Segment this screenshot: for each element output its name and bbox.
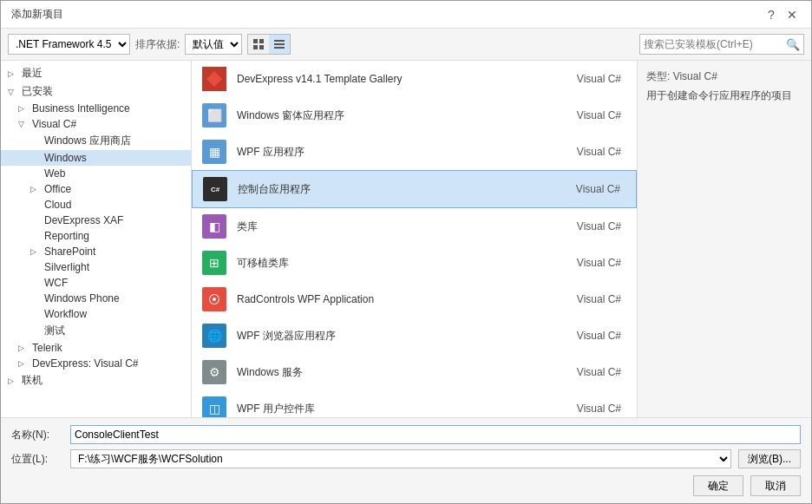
title-bar: 添加新项目 ? ✕ [1,1,811,29]
sidebar-item-silverlight[interactable]: Silverlight [1,259,191,275]
template-item-wpf-user-control[interactable]: ◫WPF 用户控件库Visual C# [192,390,637,417]
template-name: 控制台应用程序 [238,182,558,197]
sidebar-item-workflow[interactable]: Workflow [1,306,191,322]
template-item-wpf-browser[interactable]: 🌐WPF 浏览器应用程序Visual C# [192,317,637,354]
tree-arrow-icon: ▽ [18,120,29,128]
template-name: Windows 服务 [237,365,559,380]
sidebar: ▷最近▽已安装▷Business Intelligence▽Visual C#W… [1,61,192,417]
search-box: 🔍 [639,34,804,55]
template-item-console-app[interactable]: C#控制台应用程序Visual C# [192,170,637,208]
location-select[interactable]: F:\练习\WCF服务\WCFSolution [70,449,731,468]
name-label: 名称(N): [11,428,63,442]
type-label: 类型: Visual C# [646,69,802,84]
browse-button[interactable]: 浏览(B)... [738,449,801,468]
template-item-wpf-app[interactable]: ▦WPF 应用程序Visual C# [192,134,637,170]
sidebar-item-label: Cloud [44,199,71,211]
svg-rect-0 [253,39,258,43]
sidebar-item-telerik[interactable]: ▷Telerik [1,340,191,356]
sidebar-item-label: Windows 应用商店 [44,134,131,148]
type-description: 用于创建命令行应用程序的项目 [646,88,802,103]
sidebar-item-visual-cs[interactable]: ▽Visual C# [1,116,191,132]
info-panel: 类型: Visual C# 用于创建命令行应用程序的项目 [638,61,811,417]
template-item-radcontrols-wpf[interactable]: ⦿RadControls WPF ApplicationVisual C# [192,281,637,317]
view-toggle [247,34,291,55]
template-lang: Visual C# [567,73,628,85]
template-lang: Visual C# [566,183,627,195]
sidebar-item-windows-phone[interactable]: Windows Phone [1,291,191,306]
close-button[interactable]: ✕ [783,6,801,23]
sidebar-item-wcf[interactable]: WCF [1,275,191,291]
tree-arrow-icon: ▽ [8,88,18,96]
template-item-devexpress-gallery[interactable]: DevExpress v14.1 Template GalleryVisual … [192,61,637,97]
search-button[interactable]: 🔍 [786,38,800,51]
sidebar-item-label: WCF [44,277,68,289]
sidebar-item-label: DevExpress XAF [44,214,123,226]
sidebar-item-test[interactable]: 测试 [1,322,191,340]
template-lang: Visual C# [567,220,628,232]
template-name: Windows 窗体应用程序 [237,108,559,123]
location-row: 位置(L): F:\练习\WCF服务\WCFSolution 浏览(B)... [11,449,801,468]
cancel-button[interactable]: 取消 [750,475,801,496]
list-view-button[interactable] [269,35,290,54]
sidebar-item-devexpress-visual-cs[interactable]: ▷DevExpress: Visual C# [1,356,191,371]
sidebar-item-sharepoint[interactable]: ▷SharePoint [1,244,191,259]
location-label: 位置(L): [11,452,63,467]
sidebar-item-label: 测试 [44,324,65,338]
svg-rect-2 [253,45,258,49]
template-icon: ⚙ [200,358,228,386]
sort-select[interactable]: 默认值 [185,34,242,55]
template-item-portable-library[interactable]: ⊞可移植类库Visual C# [192,245,637,281]
sidebar-item-devexpress-xaf[interactable]: DevExpress XAF [1,213,191,228]
template-lang: Visual C# [567,330,628,342]
sidebar-item-label: Silverlight [44,261,89,273]
sidebar-item-label: 联机 [22,373,43,388]
sidebar-item-cloud[interactable]: Cloud [1,197,191,213]
template-lang: Visual C# [567,366,628,378]
sidebar-item-installed[interactable]: ▽已安装 [1,82,191,101]
bottom-section: 名称(N): 位置(L): F:\练习\WCF服务\WCFSolution 浏览… [1,417,811,503]
sidebar-item-label: Workflow [44,308,87,320]
grid-view-button[interactable] [248,35,269,54]
template-lang: Visual C# [567,293,628,305]
template-item-windows-service[interactable]: ⚙Windows 服务Visual C# [192,354,637,390]
template-item-windows-forms[interactable]: ⬜Windows 窗体应用程序Visual C# [192,97,637,134]
sort-label: 排序依据: [135,37,180,52]
sidebar-item-label: Office [44,183,71,195]
sidebar-item-reporting[interactable]: Reporting [1,228,191,244]
name-row: 名称(N): [11,425,801,444]
add-new-item-dialog: 添加新项目 ? ✕ .NET Framework 4.5 排序依据: 默认值 [0,0,812,504]
search-input[interactable] [644,38,783,50]
name-input[interactable] [70,425,801,444]
template-icon: 🌐 [200,322,228,350]
sidebar-item-recent[interactable]: ▷最近 [1,64,191,82]
sidebar-item-web[interactable]: Web [1,166,191,181]
sidebar-item-windows[interactable]: Windows [1,150,191,166]
template-icon: ⦿ [200,285,228,313]
sidebar-item-office[interactable]: ▷Office [1,181,191,197]
title-bar-buttons: ? ✕ [763,6,801,23]
svg-rect-6 [274,47,285,49]
template-item-class-library[interactable]: ◧类库Visual C# [192,208,637,245]
sidebar-item-online[interactable]: ▷联机 [1,371,191,389]
sidebar-item-label: DevExpress: Visual C# [32,357,139,370]
sidebar-item-label: Visual C# [32,118,76,130]
template-name: WPF 浏览器应用程序 [237,329,559,344]
sidebar-item-label: Reporting [44,230,89,242]
svg-rect-3 [259,45,264,49]
template-lang: Visual C# [567,403,628,415]
help-button[interactable]: ? [763,6,780,23]
framework-select[interactable]: .NET Framework 4.5 [8,34,130,55]
sidebar-item-windows-appstore[interactable]: Windows 应用商店 [1,132,191,150]
action-row: 确定 取消 [11,474,801,496]
template-name: 类库 [237,219,559,234]
template-icon [200,65,228,93]
sidebar-item-label: Windows [44,152,87,164]
tree-arrow-icon: ▷ [18,359,29,368]
template-icon: ▦ [200,138,228,166]
template-icon: ⊞ [200,249,228,277]
template-lang: Visual C# [567,109,628,121]
ok-button[interactable]: 确定 [693,475,743,496]
sidebar-item-label: Windows Phone [44,292,120,304]
sidebar-item-business-intelligence[interactable]: ▷Business Intelligence [1,101,191,116]
template-name: RadControls WPF Application [237,293,559,305]
